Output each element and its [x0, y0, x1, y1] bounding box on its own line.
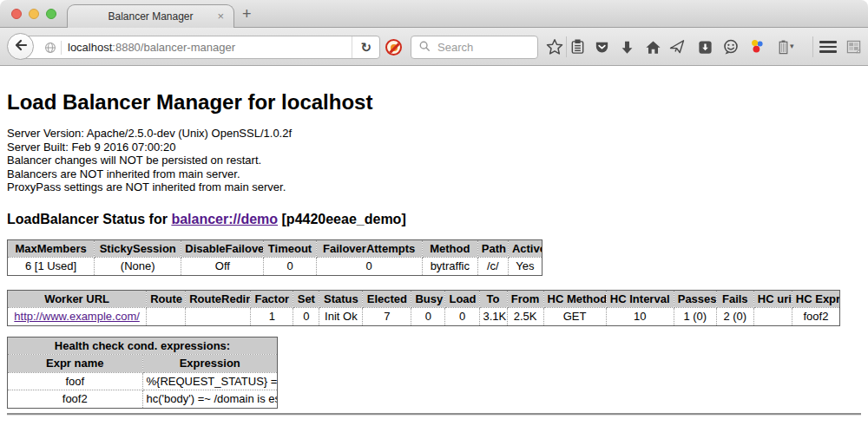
cell-active: Yes [508, 258, 542, 276]
server-version-line: Server Version: Apache/2.5.0-dev (Unix) … [7, 127, 861, 141]
column-header: Worker URL [8, 290, 147, 308]
column-header: Expression [142, 355, 278, 373]
proxypass-warning-line: ProxyPass settings are NOT inherited fro… [7, 180, 861, 194]
loadbalancer-status-heading: LoadBalancer Status for balancer://demo … [7, 212, 861, 227]
column-header: Status [319, 290, 363, 308]
page-title: Load Balancer Manager for localhost [7, 90, 861, 115]
cell-passes: 1 (0) [674, 308, 716, 326]
cell-worker-url: http://www.example.com/ [8, 308, 147, 326]
cell-expr-name: foof2 [8, 390, 143, 409]
page-content: Load Balancer Manager for localhost Serv… [0, 66, 868, 426]
colors-extension-icon[interactable] [747, 37, 766, 56]
back-icon [13, 37, 29, 56]
cell-fails: 2 (0) [716, 308, 753, 326]
toolbar-divider [566, 36, 567, 57]
column-header: Busy [411, 290, 445, 308]
table-header-row: Expr name Expression [8, 355, 278, 373]
table-row: foof %{REQUEST_STATUS} =~ /^[234]/ [8, 372, 278, 390]
health-check-table: Health check cond. expressions: Expr nam… [7, 337, 278, 409]
column-header: To [479, 290, 507, 308]
column-header: FailoverAttempts [316, 239, 422, 258]
send-icon[interactable] [667, 37, 687, 56]
cell-busy: 0 [411, 308, 445, 326]
tab-close-icon[interactable]: × [217, 5, 224, 28]
balancer-demo-link[interactable]: balancer://demo [171, 212, 278, 226]
column-header: HC Expr [792, 290, 839, 308]
pocket-icon[interactable] [592, 37, 611, 56]
back-button[interactable] [7, 33, 34, 60]
column-header: Passes [674, 290, 716, 308]
persist-warning-line: Balancer changes will NOT be persisted o… [7, 154, 861, 167]
cell-expression: %{REQUEST_STATUS} =~ /^[234]/ [142, 372, 278, 390]
cell-hc-expr: foof2 [792, 308, 839, 326]
menu-icon[interactable] [819, 41, 837, 53]
column-header: Load [445, 290, 479, 308]
cell-maxmembers: 6 [1 Used] [8, 258, 95, 276]
cell-method: bytraffic [422, 258, 477, 276]
column-header: Active [508, 239, 542, 258]
column-header: HC Method [543, 290, 606, 308]
window-zoom-button[interactable] [46, 9, 56, 19]
tab-balancer-manager[interactable]: Balancer Manager × [67, 4, 234, 28]
column-header: From [507, 290, 543, 308]
home-icon[interactable] [643, 37, 662, 56]
column-header: DisableFailover [181, 239, 264, 258]
browser-window: Balancer Manager × + localhost:8880/bala… [0, 0, 868, 426]
cell-status: Init Ok [319, 308, 363, 326]
column-header: Path [477, 239, 508, 258]
balancer-settings-table: MaxMembers StickySession DisableFailover… [7, 239, 542, 276]
url-bar[interactable]: localhost:8880/balancer-manager ↻ [21, 36, 380, 59]
cell-to: 3.1K [479, 308, 507, 326]
cell-hc-interval: 10 [606, 308, 674, 326]
tab-title: Balancer Manager [68, 5, 233, 28]
navigation-toolbar: localhost:8880/balancer-manager ↻ [0, 28, 868, 66]
cell-hc-method: GET [543, 308, 606, 326]
bookmark-star-icon[interactable] [545, 37, 564, 56]
column-header: RouteRedir [186, 290, 251, 308]
tab-bar: Balancer Manager × + [0, 0, 868, 28]
search-bar[interactable] [411, 36, 538, 59]
column-header: MaxMembers [8, 239, 95, 258]
table-header-row: MaxMembers StickySession DisableFailover… [8, 239, 542, 258]
reload-icon: ↻ [360, 40, 372, 56]
column-header: Route [147, 290, 186, 308]
bookmarks-menu-icon[interactable] [568, 37, 587, 56]
search-input[interactable] [436, 40, 530, 55]
window-close-button[interactable] [11, 9, 22, 19]
toolbar-divider [812, 36, 813, 57]
status-suffix: [p4420eeae_demo] [278, 212, 406, 226]
footer-divider [7, 413, 861, 416]
new-tab-button[interactable]: + [242, 2, 252, 26]
screenshot-extension-icon[interactable] [844, 37, 863, 56]
smiley-extension-icon[interactable] [721, 37, 740, 56]
globe-icon[interactable] [43, 42, 61, 54]
table-header-row: Worker URL Route RouteRedir Factor Set S… [8, 290, 840, 308]
cell-expression: hc('body') =~ /domain is established/ [142, 390, 278, 409]
column-header: Fails [716, 290, 753, 308]
cell-timeout: 0 [264, 258, 316, 276]
dropdown-caret-icon[interactable]: ▾ [790, 42, 794, 50]
worker-url-link[interactable]: http://www.example.com/ [14, 310, 140, 323]
column-header: Expr name [8, 355, 143, 373]
inherit-warning-line: Balancers are NOT inherited from main se… [7, 167, 861, 181]
cell-disablefailover: Off [181, 258, 264, 276]
window-minimize-button[interactable] [29, 9, 39, 19]
plugin-blocked-icon[interactable] [385, 39, 402, 56]
cell-route [147, 308, 186, 326]
reload-button[interactable]: ↻ [352, 36, 379, 58]
column-header: HC uri [753, 290, 792, 308]
cell-factor: 1 [251, 308, 293, 326]
url-path: :8880/balancer-manager [112, 41, 235, 54]
cell-set: 0 [293, 308, 319, 326]
downloads-icon[interactable] [617, 37, 636, 56]
url-domain: localhost [68, 41, 112, 54]
table-row: 6 [1 Used] (None) Off 0 0 bytraffic /c/ … [8, 258, 542, 276]
cell-stickysession: (None) [95, 258, 181, 276]
table-title-row: Health check cond. expressions: [8, 337, 278, 355]
column-header: Set [293, 290, 319, 308]
cell-from: 2.5K [507, 308, 543, 326]
cell-elected: 7 [363, 308, 411, 326]
server-built-line: Server Built: Feb 9 2016 07:00:20 [7, 141, 861, 154]
url-text: localhost:8880/balancer-manager [68, 41, 235, 54]
download-extension-icon[interactable] [695, 37, 714, 56]
